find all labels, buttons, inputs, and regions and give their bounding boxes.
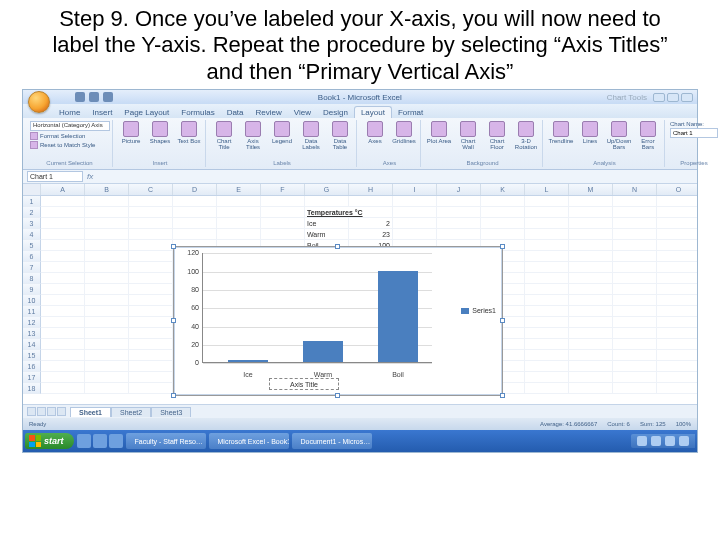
window-title: Book1 - Microsoft Excel [113, 93, 607, 102]
embedded-chart[interactable]: 020406080100120IceWarmBoil Axis Title Se… [173, 246, 503, 396]
tab-insert[interactable]: Insert [86, 107, 118, 118]
data-labels-icon [303, 121, 319, 137]
chart-title-button[interactable]: Chart Title [211, 121, 237, 150]
quick-access-toolbar[interactable] [75, 92, 113, 102]
worksheet-grid[interactable]: ABCDEFGHIJKLMNO 12Temperatures °C3Ice24W… [23, 184, 697, 404]
col-header[interactable]: C [129, 184, 173, 195]
col-header[interactable]: K [481, 184, 525, 195]
tab-view[interactable]: View [288, 107, 317, 118]
picture-icon [123, 121, 139, 137]
start-button[interactable]: start [25, 433, 74, 449]
name-box[interactable]: Chart 1 [27, 171, 83, 182]
chart-wall-icon [460, 121, 476, 137]
tab-design[interactable]: Design [317, 107, 354, 118]
group-analysis: Trendline Lines Up/Down Bars Error Bars … [545, 120, 665, 167]
plot-area[interactable]: 020406080100120IceWarmBoil [202, 253, 432, 363]
group-labels: Chart Title Axis Titles Legend Data Labe… [208, 120, 357, 167]
tab-format[interactable]: Format [392, 107, 429, 118]
trendline-button[interactable]: Trendline [548, 121, 574, 150]
picture-button[interactable]: Picture [118, 121, 144, 144]
error-bars-button[interactable]: Error Bars [635, 121, 661, 150]
data-labels-button[interactable]: Data Labels [298, 121, 324, 150]
x-axis-title-input[interactable]: Axis Title [269, 378, 339, 390]
legend-button[interactable]: Legend [269, 121, 295, 150]
chart-floor-button[interactable]: Chart Floor [484, 121, 510, 150]
lines-icon [582, 121, 598, 137]
plot-area-button[interactable]: Plot Area [426, 121, 452, 150]
tab-review[interactable]: Review [250, 107, 288, 118]
trendline-icon [553, 121, 569, 137]
sheet-nav[interactable] [27, 407, 66, 416]
rotation-icon [518, 121, 534, 137]
group-label: Insert [118, 160, 202, 166]
chart-element-dropdown[interactable]: Horizontal (Category) Axis [30, 121, 110, 131]
sheet-tab[interactable]: Sheet3 [151, 407, 191, 417]
sheet-tab[interactable]: Sheet2 [111, 407, 151, 417]
taskbar-item[interactable]: Document1 - Micros… [292, 433, 372, 449]
quick-launch[interactable] [77, 434, 123, 448]
legend-icon [274, 121, 290, 137]
office-button-icon[interactable] [28, 91, 50, 113]
group-label: Analysis [548, 160, 661, 166]
col-header[interactable]: B [85, 184, 129, 195]
format-icon [30, 132, 38, 140]
textbox-icon [181, 121, 197, 137]
status-average: Average: 41.6666667 [540, 421, 597, 427]
system-tray[interactable] [631, 434, 695, 448]
window-controls[interactable] [653, 93, 693, 102]
col-header[interactable]: O [657, 184, 697, 195]
zoom-level[interactable]: 100% [676, 421, 691, 427]
data-table-button[interactable]: Data Table [327, 121, 353, 150]
tab-page-layout[interactable]: Page Layout [118, 107, 175, 118]
col-header[interactable]: L [525, 184, 569, 195]
status-bar: Ready Average: 41.6666667 Count: 6 Sum: … [23, 418, 697, 430]
tab-data[interactable]: Data [221, 107, 250, 118]
taskbar-item[interactable]: Microsoft Excel - Book1 [209, 433, 289, 449]
col-header[interactable]: G [305, 184, 349, 195]
chart-wall-button[interactable]: Chart Wall [455, 121, 481, 150]
lines-button[interactable]: Lines [577, 121, 603, 150]
tab-home[interactable]: Home [53, 107, 86, 118]
tab-formulas[interactable]: Formulas [175, 107, 220, 118]
chart-title-icon [216, 121, 232, 137]
status-mode: Ready [29, 421, 46, 427]
fx-icon[interactable]: fx [87, 172, 93, 181]
col-header[interactable]: I [393, 184, 437, 195]
format-selection-button[interactable]: Format Selection [30, 132, 109, 140]
col-header[interactable]: D [173, 184, 217, 195]
col-header[interactable]: H [349, 184, 393, 195]
legend-swatch-icon [461, 308, 469, 314]
sheet-tab-bar: Sheet1 Sheet2 Sheet3 [23, 404, 697, 418]
titlebar: Book1 - Microsoft Excel Chart Tools [23, 90, 697, 104]
textbox-button[interactable]: Text Box [176, 121, 202, 144]
axes-button[interactable]: Axes [362, 121, 388, 144]
chart-name-input[interactable] [670, 128, 718, 138]
axis-titles-button[interactable]: Axis Titles [240, 121, 266, 150]
col-header[interactable]: J [437, 184, 481, 195]
updown-bars-button[interactable]: Up/Down Bars [606, 121, 632, 150]
sheet-tab[interactable]: Sheet1 [70, 407, 111, 417]
gridlines-button[interactable]: Gridlines [391, 121, 417, 144]
col-header[interactable]: M [569, 184, 613, 195]
group-label: Properties [670, 160, 718, 166]
status-count: Count: 6 [607, 421, 630, 427]
rotation-button[interactable]: 3-D Rotation [513, 121, 539, 150]
col-header[interactable]: A [41, 184, 85, 195]
group-properties: Chart Name: Properties [667, 120, 720, 167]
group-label: Background [426, 160, 539, 166]
status-sum: Sum: 125 [640, 421, 666, 427]
col-header[interactable]: F [261, 184, 305, 195]
shapes-button[interactable]: Shapes [147, 121, 173, 144]
chart-floor-icon [489, 121, 505, 137]
reset-match-style-button[interactable]: Reset to Match Style [30, 141, 109, 149]
axis-titles-icon [245, 121, 261, 137]
slide-title: Step 9. Once you’ve labeled your X-axis,… [0, 0, 720, 89]
chart-legend[interactable]: Series1 [461, 307, 496, 314]
col-header[interactable]: E [217, 184, 261, 195]
col-header[interactable]: N [613, 184, 657, 195]
tab-layout[interactable]: Layout [354, 106, 392, 118]
group-label: Axes [362, 160, 417, 166]
taskbar-item[interactable]: Faculty - Staff Reso… [126, 433, 206, 449]
group-label: Current Selection [30, 160, 109, 166]
updown-icon [611, 121, 627, 137]
